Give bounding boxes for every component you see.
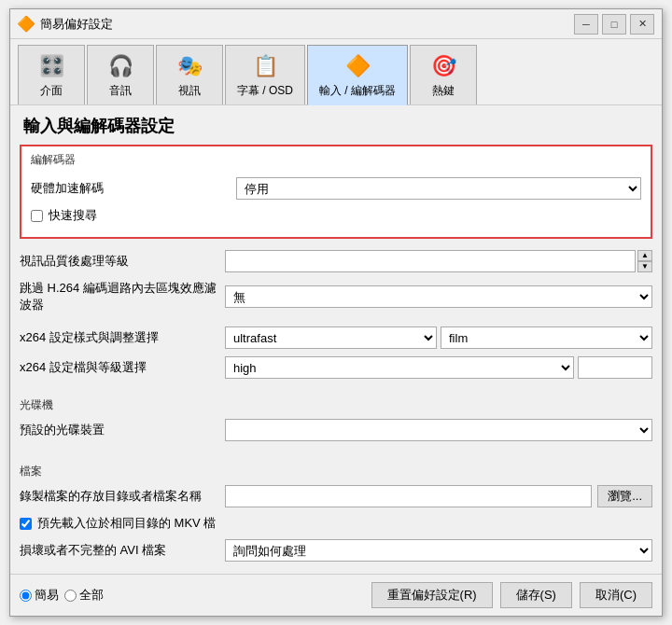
x264-profile-label: x264 設定檔與等級選擇 [20, 359, 225, 376]
optical-device-row: 預設的光碟裝置 [20, 415, 652, 445]
fast-seek-row: 快速搜尋 [31, 203, 641, 228]
all-radio[interactable] [64, 590, 77, 602]
fast-seek-checkbox[interactable] [31, 210, 43, 222]
main-window: 🔶 簡易偏好設定 ─ □ ✕ 🎛️ 介面 🎧 音訊 🎭 視訊 📋 字幕 / OS… [9, 8, 663, 617]
simple-radio[interactable] [20, 590, 32, 602]
page-title: 輸入與編解碼器設定 [10, 105, 662, 145]
all-radio-label[interactable]: 全部 [64, 587, 104, 604]
optical-device-control [225, 419, 652, 441]
input-codec-icon: 🔶 [341, 49, 374, 83]
decoder-section-title: 編解碼器 [31, 152, 641, 168]
optical-section: 光碟機 預設的光碟裝置 [20, 388, 652, 449]
maximize-button[interactable]: □ [602, 14, 626, 35]
video-quality-row: 視訊品質後處理等級 6 ▲ ▼ [20, 246, 652, 276]
h264-filter-control: 無 非參考幀 雙向預測幀 所有幀 [225, 285, 652, 308]
browse-button[interactable]: 瀏覽... [597, 485, 652, 507]
avi-control: 詢問如何處理 修復 不修復 [225, 539, 652, 562]
tab-interface[interactable]: 🎛️ 介面 [18, 45, 85, 104]
browse-row: 瀏覽... [225, 485, 652, 507]
record-path-control: 瀏覽... [225, 485, 652, 507]
tab-interface-label: 介面 [40, 83, 63, 99]
h264-filter-label: 跳過 H.264 編碼迴路內去區塊效應濾波器 [20, 280, 225, 313]
x264-preset-select[interactable]: ultrafast superfast veryfast faster fast… [225, 326, 437, 349]
record-path-row: 錄製檔案的存放目錄或者檔案名稱 瀏覽... [20, 481, 652, 511]
tab-video-label: 視訊 [178, 83, 201, 99]
cancel-button[interactable]: 取消(C) [580, 582, 652, 608]
hw-accel-row: 硬體加速解碼 停用 自動 DirectX Video Acceleration … [31, 174, 641, 203]
video-quality-input[interactable]: 6 [225, 250, 636, 272]
video-quality-down-btn[interactable]: ▼ [637, 261, 652, 272]
optical-device-label: 預設的光碟裝置 [20, 422, 225, 438]
mkv-checkbox[interactable] [20, 518, 32, 530]
tab-video[interactable]: 🎭 視訊 [156, 45, 223, 104]
hotkey-icon: 🎯 [427, 49, 460, 83]
video-quality-spinner: 6 ▲ ▼ [225, 250, 652, 272]
video-quality-up-btn[interactable]: ▲ [637, 250, 652, 261]
fast-seek-label: 快速搜尋 [49, 207, 97, 224]
save-button[interactable]: 儲存(S) [500, 582, 572, 608]
view-mode-group: 簡易 全部 [20, 587, 104, 604]
window-title: 簡易偏好設定 [40, 16, 574, 33]
title-bar: 🔶 簡易偏好設定 ─ □ ✕ [10, 9, 662, 39]
record-path-input[interactable] [225, 485, 592, 507]
tab-input-codec-label: 輸入 / 編解碼器 [319, 83, 396, 99]
tab-subtitle[interactable]: 📋 字幕 / OSD [225, 45, 305, 104]
bottom-bar: 簡易 全部 重置偏好設定(R) 儲存(S) 取消(C) [10, 574, 662, 616]
avi-row: 損壞或者不完整的 AVI 檔案 詢問如何處理 修復 不修復 [20, 535, 652, 565]
tab-subtitle-label: 字幕 / OSD [237, 83, 293, 99]
simple-label: 簡易 [35, 587, 59, 604]
tab-audio-label: 音訊 [109, 83, 132, 99]
hw-accel-control: 停用 自動 DirectX Video Acceleration (DXVA) … [236, 177, 641, 200]
all-label: 全部 [79, 587, 104, 604]
interface-icon: 🎛️ [35, 49, 68, 83]
hw-accel-label: 硬體加速解碼 [31, 180, 236, 197]
audio-icon: 🎧 [104, 49, 137, 83]
minimize-button[interactable]: ─ [574, 14, 598, 35]
file-section-title: 檔案 [20, 464, 652, 479]
avi-label: 損壞或者不完整的 AVI 檔案 [20, 542, 225, 559]
tab-input-codec[interactable]: 🔶 輸入 / 編解碼器 [307, 45, 408, 105]
x264-tune-select[interactable]: film animation grain stillimage [441, 326, 652, 349]
mkv-checkbox-row: 預先載入位於相同目錄的 MKV 檔 [20, 511, 652, 535]
x264-profile-select[interactable]: baseline main high high10 high422 high44… [225, 356, 574, 379]
decoder-section: 編解碼器 硬體加速解碼 停用 自動 DirectX Video Accelera… [20, 145, 652, 239]
x264-preset-label: x264 設定樣式與調整選擇 [20, 329, 225, 346]
x264-preset-row: x264 設定樣式與調整選擇 ultrafast superfast veryf… [20, 323, 652, 353]
record-path-label: 錄製檔案的存放目錄或者檔案名稱 [20, 488, 225, 505]
tab-bar: 🎛️ 介面 🎧 音訊 🎭 視訊 📋 字幕 / OSD 🔶 輸入 / 編解碼器 🎯… [10, 39, 662, 105]
close-button[interactable]: ✕ [630, 14, 654, 35]
reset-button[interactable]: 重置偏好設定(R) [371, 582, 493, 608]
file-section: 檔案 錄製檔案的存放目錄或者檔案名稱 瀏覽... 預先載入位於相同目錄的 MKV… [20, 454, 652, 569]
hw-accel-select[interactable]: 停用 自動 DirectX Video Acceleration (DXVA) … [236, 177, 641, 200]
content-area: 編解碼器 硬體加速解碼 停用 自動 DirectX Video Accelera… [10, 145, 662, 574]
video-quality-label: 視訊品質後處理等級 [20, 253, 225, 270]
video-quality-spinner-btns: ▲ ▼ [637, 250, 652, 272]
window-controls: ─ □ ✕ [574, 14, 654, 35]
tab-hotkey-label: 熱鍵 [432, 83, 455, 99]
avi-select[interactable]: 詢問如何處理 修復 不修復 [225, 539, 652, 562]
h264-filter-select[interactable]: 無 非參考幀 雙向預測幀 所有幀 [225, 285, 652, 308]
tab-audio[interactable]: 🎧 音訊 [87, 45, 154, 104]
x264-level-input[interactable]: 0 [578, 356, 652, 379]
subtitle-icon: 📋 [248, 49, 282, 83]
tab-hotkey[interactable]: 🎯 熱鍵 [410, 45, 477, 104]
x264-preset-control: ultrafast superfast veryfast faster fast… [225, 326, 652, 349]
optical-device-select[interactable] [225, 419, 652, 441]
optical-section-title: 光碟機 [20, 397, 652, 413]
h264-filter-row: 跳過 H.264 編碼迴路內去區塊效應濾波器 無 非參考幀 雙向預測幀 所有幀 [20, 276, 652, 317]
video-quality-control: 6 ▲ ▼ [225, 250, 652, 272]
app-icon: 🔶 [18, 16, 35, 33]
x264-profile-control: baseline main high high10 high422 high44… [225, 356, 652, 379]
simple-radio-label[interactable]: 簡易 [20, 587, 59, 604]
x264-profile-row: x264 設定檔與等級選擇 baseline main high high10 … [20, 353, 652, 382]
video-icon: 🎭 [173, 49, 206, 83]
mkv-label: 預先載入位於相同目錄的 MKV 檔 [37, 515, 216, 532]
